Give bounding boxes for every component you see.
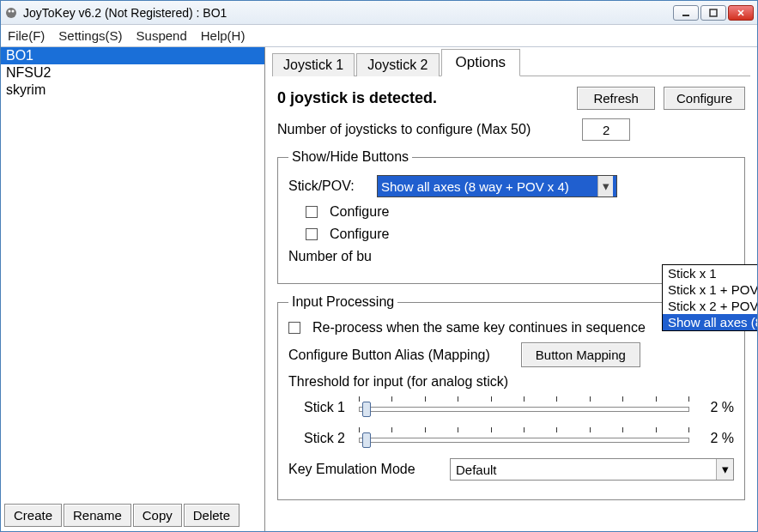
maximize-button[interactable] bbox=[700, 5, 726, 21]
menu-suspend[interactable]: Suspend bbox=[136, 28, 187, 43]
threshold-label: Threshold for input (for analog stick) bbox=[288, 374, 508, 390]
window-title: JoyToKey v6.2 (Not Registered) : BO1 bbox=[23, 6, 673, 20]
stick-pov-label: Stick/POV: bbox=[288, 178, 370, 194]
configure-label-1: Configure bbox=[330, 204, 389, 220]
stick1-slider[interactable] bbox=[359, 396, 689, 419]
chevron-down-icon: ▾ bbox=[597, 176, 613, 196]
profile-list[interactable]: BO1 NFSU2 skyrim bbox=[1, 47, 264, 499]
profile-sidebar: BO1 NFSU2 skyrim Create Rename Copy Dele… bbox=[1, 47, 265, 532]
configure-checkbox-2[interactable] bbox=[306, 228, 318, 240]
copy-button[interactable]: Copy bbox=[133, 504, 182, 527]
reprocess-checkbox[interactable] bbox=[288, 322, 300, 334]
profile-item[interactable]: skyrim bbox=[1, 82, 264, 99]
configure-checkbox-1[interactable] bbox=[306, 206, 318, 218]
create-button[interactable]: Create bbox=[4, 504, 62, 527]
dropdown-option[interactable]: Show all axes (8 way + POV x 4) bbox=[663, 314, 757, 330]
delete-button[interactable]: Delete bbox=[184, 504, 240, 527]
num-joysticks-input[interactable] bbox=[582, 118, 630, 141]
svg-point-2 bbox=[12, 9, 15, 12]
key-emu-value: Default bbox=[456, 462, 497, 477]
alias-label: Configure Button Alias (Mapping) bbox=[288, 348, 490, 363]
input-processing-legend: Input Processing bbox=[288, 294, 397, 310]
button-mapping-button[interactable]: Button Mapping bbox=[521, 342, 640, 367]
menu-bar: File(F) Settings(S) Suspend Help(H) bbox=[1, 25, 757, 47]
stick2-value: 2 % bbox=[700, 431, 734, 446]
stick1-value: 2 % bbox=[700, 400, 734, 415]
svg-rect-4 bbox=[710, 9, 717, 16]
num-joysticks-label: Number of joysticks to configure (Max 50… bbox=[277, 122, 531, 137]
profile-item[interactable]: BO1 bbox=[1, 47, 264, 64]
chevron-down-icon: ▾ bbox=[716, 459, 733, 480]
dropdown-option[interactable]: Stick x 1 bbox=[663, 265, 757, 281]
key-emu-label: Key Emulation Mode bbox=[288, 462, 443, 477]
svg-point-1 bbox=[9, 9, 11, 12]
configure-button[interactable]: Configure bbox=[664, 87, 745, 110]
stick2-slider[interactable] bbox=[359, 427, 689, 450]
key-emu-select[interactable]: Default ▾ bbox=[450, 458, 734, 481]
tab-joystick2[interactable]: Joystick 2 bbox=[356, 53, 439, 76]
tab-options[interactable]: Options bbox=[441, 49, 521, 76]
svg-point-0 bbox=[6, 8, 16, 18]
stick2-label: Stick 2 bbox=[288, 431, 349, 446]
refresh-button[interactable]: Refresh bbox=[577, 87, 655, 110]
stick-pov-dropdown[interactable]: Stick x 1 Stick x 1 + POV x 1 Stick x 2 … bbox=[662, 264, 757, 331]
stick1-label: Stick 1 bbox=[288, 400, 349, 415]
joystick-status: 0 joystick is detected. bbox=[277, 89, 437, 107]
menu-help[interactable]: Help(H) bbox=[201, 28, 246, 43]
menu-settings[interactable]: Settings(S) bbox=[58, 28, 122, 43]
slider-thumb[interactable] bbox=[362, 402, 371, 417]
app-icon bbox=[4, 6, 18, 20]
reprocess-label: Re-process when the same key continues i… bbox=[312, 320, 646, 336]
dropdown-option[interactable]: Stick x 1 + POV x 1 bbox=[663, 281, 757, 298]
stick-pov-value: Show all axes (8 way + POV x 4) bbox=[381, 179, 569, 194]
show-hide-legend: Show/Hide Buttons bbox=[288, 149, 412, 165]
tab-joystick1[interactable]: Joystick 1 bbox=[272, 53, 355, 76]
svg-rect-3 bbox=[682, 15, 689, 16]
stick-pov-select[interactable]: Show all axes (8 way + POV x 4) ▾ bbox=[377, 175, 617, 197]
rename-button[interactable]: Rename bbox=[64, 504, 131, 527]
minimize-button[interactable] bbox=[673, 5, 699, 21]
menu-file[interactable]: File(F) bbox=[8, 28, 45, 43]
content-area: Joystick 1 Joystick 2 Options 0 joystick… bbox=[265, 47, 757, 532]
configure-label-2: Configure bbox=[330, 227, 389, 242]
close-button[interactable] bbox=[728, 5, 754, 21]
slider-thumb[interactable] bbox=[362, 432, 371, 448]
dropdown-option[interactable]: Stick x 2 + POV x 1 bbox=[663, 298, 757, 314]
num-buttons-label: Number of bu bbox=[288, 249, 372, 264]
profile-item[interactable]: NFSU2 bbox=[1, 64, 264, 82]
title-bar: JoyToKey v6.2 (Not Registered) : BO1 bbox=[1, 1, 757, 25]
tab-bar: Joystick 1 Joystick 2 Options bbox=[272, 51, 750, 76]
